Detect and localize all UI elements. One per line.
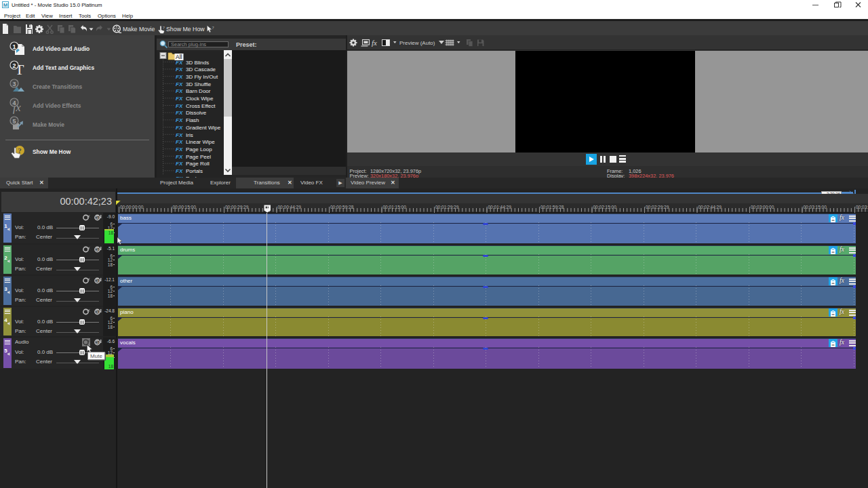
- svg-text:3D Shuffle: 3D Shuffle: [186, 81, 212, 87]
- svg-text:3D Blinds: 3D Blinds: [186, 60, 209, 66]
- svg-text:FX: FX: [176, 66, 183, 73]
- svg-text:S: S: [96, 215, 99, 220]
- svg-text:5: 5: [12, 118, 16, 125]
- svg-text:Page Loop: Page Loop: [186, 146, 212, 152]
- svg-text:Clock Wipe: Clock Wipe: [186, 96, 214, 102]
- svg-text:S: S: [96, 247, 99, 251]
- svg-text:FX: FX: [176, 139, 183, 145]
- svg-text:S: S: [96, 278, 99, 283]
- svg-text:FX: FX: [176, 74, 183, 80]
- svg-text:3D Fly In/Out: 3D Fly In/Out: [186, 74, 218, 80]
- svg-text:3: 3: [12, 81, 16, 87]
- svg-text:Cross Effect: Cross Effect: [186, 103, 216, 109]
- svg-text:FX: FX: [176, 88, 183, 94]
- svg-text:S: S: [96, 309, 99, 314]
- svg-text:FX: FX: [176, 132, 183, 138]
- svg-text:?: ?: [212, 25, 214, 30]
- svg-text:fx: fx: [372, 39, 377, 47]
- svg-text:2: 2: [12, 62, 16, 69]
- svg-text:Portals: Portals: [186, 168, 203, 174]
- svg-text:?: ?: [163, 25, 165, 30]
- svg-text:4: 4: [12, 100, 16, 106]
- svg-text:FX: FX: [176, 60, 183, 66]
- svg-text:FX: FX: [176, 125, 183, 131]
- svg-text:FX: FX: [176, 103, 183, 109]
- svg-text:FX: FX: [176, 154, 183, 160]
- svg-text:FX: FX: [176, 146, 183, 152]
- svg-text:S: S: [96, 340, 99, 344]
- svg-text:FX: FX: [176, 168, 183, 174]
- svg-text:1: 1: [12, 43, 16, 50]
- svg-text:Iris: Iris: [186, 132, 193, 138]
- svg-text:FX: FX: [176, 81, 183, 87]
- svg-text:FX: FX: [176, 110, 183, 116]
- svg-text:Flash: Flash: [186, 117, 199, 123]
- svg-text:Gradient Wipe: Gradient Wipe: [186, 125, 221, 131]
- svg-text:FX: FX: [176, 117, 183, 123]
- svg-text:FX: FX: [176, 96, 183, 102]
- svg-text:Linear Wipe: Linear Wipe: [186, 139, 215, 145]
- svg-text:Dissolve: Dissolve: [186, 110, 207, 116]
- svg-text:3D Cascade: 3D Cascade: [186, 66, 216, 73]
- svg-text:Page Peel: Page Peel: [186, 154, 211, 160]
- svg-text:Page Roll: Page Roll: [186, 161, 210, 167]
- svg-text:FX: FX: [176, 161, 183, 167]
- svg-text:Barn Door: Barn Door: [186, 88, 211, 94]
